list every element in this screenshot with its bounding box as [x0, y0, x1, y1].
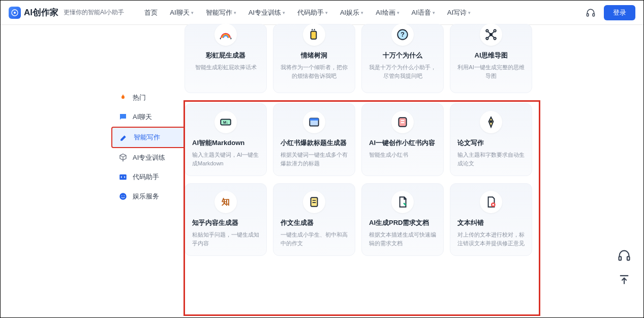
card-desc: 粘贴知乎问题，一键生成知乎内容: [192, 230, 259, 247]
card-why[interactable]: ? 十万个为什么 我是十万个为什么小助手，尽管向我提问吧: [361, 24, 444, 93]
svg-text:?: ?: [401, 31, 405, 38]
chevron-down-icon: ▾: [325, 10, 328, 15]
card-thesis[interactable]: 论文写作 输入主题和字数要求自动生成论文: [450, 103, 532, 176]
sidebar-item-aichat[interactable]: AI聊天: [111, 107, 193, 127]
card-title: 小红书爆款标题生成器: [281, 138, 347, 148]
nav-label: AI娱乐: [340, 8, 359, 17]
chevron-down-icon: ▾: [283, 10, 285, 15]
nav-label: AI绘画: [376, 8, 395, 17]
card-desc: 根据文本描述生成可快速编辑的需求文档: [369, 230, 436, 247]
card-xhs-content[interactable]: AI一键创作小红书内容 智能生成小红书: [361, 103, 444, 176]
sidebar: 热门 AI聊天 智能写作 AI专业训练 代码助手 娱乐服务: [111, 88, 193, 206]
svg-rect-19: [310, 118, 318, 120]
card-title: AI生成PRD需求文档: [369, 218, 429, 227]
card-desc: 我是十万个为什么小助手，尽管向我提问吧: [369, 63, 436, 80]
svg-point-13: [494, 30, 496, 32]
nav-voice[interactable]: AI语音▾: [412, 8, 435, 17]
card-emotion[interactable]: 情绪树洞 我将作为一个倾听者，把你的烦恼都告诉我吧: [273, 24, 355, 93]
edit-icon: [119, 133, 129, 142]
logo[interactable]: AI创作家: [9, 7, 58, 19]
svg-rect-4: [119, 175, 127, 180]
nav-aichat[interactable]: AI聊天▾: [170, 8, 193, 17]
window-icon: [303, 111, 325, 133]
svg-point-1: [14, 12, 16, 14]
svg-point-11: [490, 34, 492, 36]
svg-point-15: [494, 37, 496, 39]
card-desc: 输入主题关键词，AI一键生成Markdown: [192, 151, 259, 167]
slogan: 更懂你的智能AI小助手: [64, 8, 124, 17]
svg-rect-8: [311, 32, 317, 39]
sidebar-item-label: AI专业训练: [133, 153, 165, 162]
smile-icon: [118, 192, 128, 201]
nav-home[interactable]: 首页: [144, 8, 158, 17]
card-title: 文本纠错: [457, 218, 484, 227]
nav-paint[interactable]: AI绘画▾: [376, 8, 399, 17]
chevron-down-icon: ▾: [433, 10, 435, 15]
sidebar-item-fun[interactable]: 娱乐服务: [111, 187, 193, 206]
headset-icon[interactable]: [586, 8, 596, 18]
cube-icon: [118, 153, 128, 162]
card-title: AI思维导图: [475, 51, 508, 60]
content: 彩虹屁生成器 智能生成彩虹屁吹捧话术 情绪树洞 我将作为一个倾听者，把你的烦恼都…: [185, 24, 532, 263]
svg-text:M↓: M↓: [223, 120, 228, 125]
nav-label: 智能写作: [206, 8, 232, 17]
svg-text:知: 知: [221, 197, 230, 206]
nav-poem[interactable]: AI写诗▾: [447, 8, 471, 17]
card-title: AI智能Markdown: [192, 138, 244, 148]
card-title: 知乎内容生成器: [192, 218, 238, 227]
mindmap-icon: [480, 23, 502, 46]
nav-label: AI写诗: [447, 8, 467, 17]
code-icon: [118, 172, 128, 182]
card-title: 彩虹屁生成器: [206, 51, 246, 60]
nav-label: AI语音: [412, 8, 431, 17]
card-desc: 对上传的文本进行校对，标注错误文本并提供修正意见: [457, 230, 525, 247]
doc-error-icon: [480, 191, 502, 213]
svg-point-7: [124, 195, 125, 196]
nav-training[interactable]: AI专业训练▾: [249, 8, 285, 17]
back-to-top-icon[interactable]: [617, 273, 631, 287]
card-title: 十万个为什么: [383, 51, 422, 60]
svg-point-12: [486, 30, 488, 32]
nav-label: 首页: [144, 8, 158, 17]
card-correct[interactable]: 文本纠错 对上传的文本进行校对，标注错误文本并提供修正意见: [450, 183, 532, 256]
card-prd[interactable]: AI生成PRD需求文档 根据文本描述生成可快速编辑的需求文档: [361, 183, 444, 256]
card-desc: 我将作为一个倾听者，把你的烦恼都告诉我吧: [281, 63, 348, 80]
note-icon: [391, 111, 414, 133]
sidebar-item-writing[interactable]: 智能写作: [111, 127, 193, 148]
sidebar-item-code[interactable]: 代码助手: [111, 167, 193, 187]
brand-name: AI创作家: [24, 7, 58, 18]
card-mindmap[interactable]: AI思维导图 利用AI一键生成完整的思维导图: [450, 24, 532, 93]
nav-fun[interactable]: AI娱乐▾: [340, 8, 363, 17]
card-xhs-title[interactable]: 小红书爆款标题生成器 根据关键词一键生成多个有爆款潜力的标题: [273, 103, 355, 176]
sidebar-item-label: 热门: [133, 93, 146, 102]
svg-point-14: [486, 37, 488, 39]
card-zhihu[interactable]: 知 知乎内容生成器 粘贴知乎问题，一键生成知乎内容: [185, 183, 267, 256]
card-desc: 根据关键词一键生成多个有爆款潜力的标题: [281, 151, 348, 167]
login-button[interactable]: 登录: [604, 5, 635, 20]
rainbow-icon: [214, 23, 237, 46]
nav-code[interactable]: 代码助手▾: [297, 8, 328, 17]
nav-writing[interactable]: 智能写作▾: [206, 8, 236, 17]
sidebar-item-hot[interactable]: 热门: [111, 88, 193, 107]
card-row: 知 知乎内容生成器 粘贴知乎问题，一键生成知乎内容 作文生成器 一键生成小学生、…: [185, 183, 532, 256]
card-row: 彩虹屁生成器 智能生成彩虹屁吹捧话术 情绪树洞 我将作为一个倾听者，把你的烦恼都…: [185, 24, 532, 93]
nav-label: AI专业训练: [249, 8, 281, 17]
chevron-down-icon: ▾: [191, 10, 194, 15]
card-rainbow[interactable]: 彩虹屁生成器 智能生成彩虹屁吹捧话术: [185, 24, 267, 93]
card-title: 作文生成器: [281, 218, 314, 227]
card-essay[interactable]: 作文生成器 一键生成小学生、初中和高中的作文: [273, 183, 355, 256]
card-desc: 一键生成小学生、初中和高中的作文: [281, 230, 348, 247]
svg-rect-26: [627, 256, 630, 260]
svg-rect-3: [593, 13, 594, 16]
float-actions: [617, 248, 631, 287]
card-markdown[interactable]: M↓ AI智能Markdown 输入主题关键词，AI一键生成Markdown: [185, 103, 267, 176]
question-icon: ?: [391, 23, 414, 46]
sidebar-item-label: AI聊天: [133, 112, 152, 122]
chat-icon: [118, 112, 128, 122]
chevron-down-icon: ▾: [397, 10, 400, 15]
nav: 首页 AI聊天▾ 智能写作▾ AI专业训练▾ 代码助手▾ AI娱乐▾ AI绘画▾…: [144, 8, 471, 17]
svg-point-21: [490, 121, 492, 122]
sidebar-item-training[interactable]: AI专业训练: [111, 148, 193, 167]
support-icon[interactable]: [617, 248, 631, 263]
card-desc: 输入主题和字数要求自动生成论文: [457, 151, 525, 167]
